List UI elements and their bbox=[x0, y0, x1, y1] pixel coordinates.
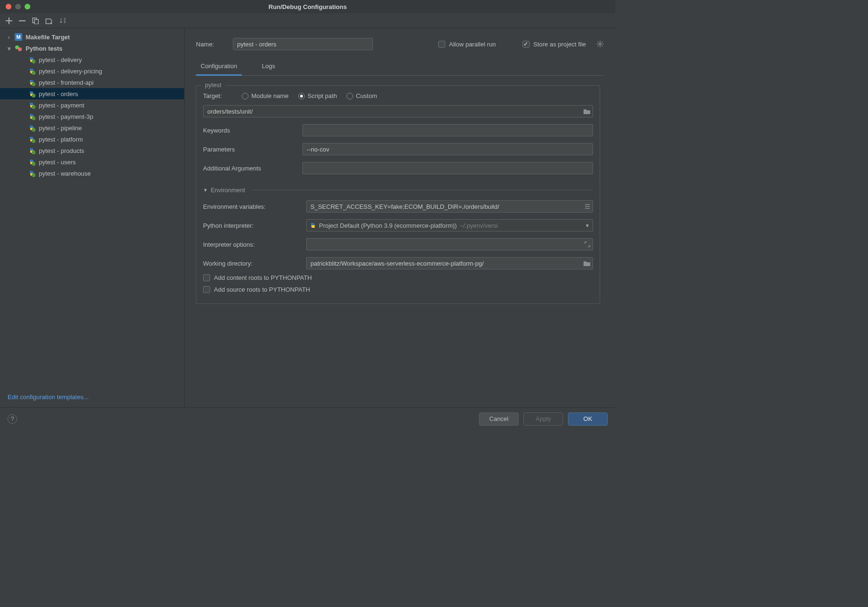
allow-parallel-run-checkbox[interactable]: Allow parallel run bbox=[438, 41, 496, 48]
tree-group[interactable]: ›MMakefile Target bbox=[0, 31, 184, 43]
cancel-button[interactable]: Cancel bbox=[479, 412, 519, 426]
add-content-roots-label: Add content roots to PYTHONPATH bbox=[214, 274, 312, 281]
name-input[interactable] bbox=[233, 38, 373, 50]
configurations-sidebar: ›MMakefile Target▾Python testspytest - d… bbox=[0, 28, 185, 407]
tree-item-label: pytest - payment bbox=[39, 102, 84, 109]
remove-configuration-icon[interactable] bbox=[19, 18, 26, 24]
python-interpreter-value: Project Default (Python 3.9 (ecommerce-p… bbox=[319, 222, 457, 229]
parameters-input[interactable] bbox=[302, 143, 593, 155]
pytest-group-title: pytest bbox=[201, 81, 225, 89]
add-source-roots-label: Add source roots to PYTHONPATH bbox=[214, 286, 310, 293]
env-vars-input[interactable] bbox=[306, 200, 593, 213]
radio-icon bbox=[346, 93, 353, 99]
maximize-icon[interactable] bbox=[25, 4, 30, 9]
python-interpreter-path-hint: ~/.pyenv/versi bbox=[460, 222, 498, 229]
tree-item-label: pytest - products bbox=[39, 147, 84, 154]
tree-item[interactable]: pytest - delivery-pricing bbox=[0, 65, 184, 77]
tree-item[interactable]: pytest - delivery bbox=[0, 54, 184, 65]
tree-item[interactable]: pytest - payment bbox=[0, 99, 184, 111]
pytest-icon bbox=[27, 79, 36, 86]
add-content-roots-checkbox[interactable]: Add content roots to PYTHONPATH bbox=[203, 274, 312, 281]
tree-item-label: pytest - pipeline bbox=[39, 125, 82, 132]
tree-item[interactable]: pytest - orders bbox=[0, 88, 184, 99]
keywords-input[interactable] bbox=[302, 124, 593, 136]
allow-parallel-run-label: Allow parallel run bbox=[449, 41, 496, 48]
python-icon bbox=[310, 222, 316, 229]
radio-icon bbox=[242, 93, 248, 99]
target-option[interactable]: Module name bbox=[242, 92, 289, 99]
svg-point-10 bbox=[32, 94, 35, 98]
tab-logs[interactable]: Logs bbox=[257, 61, 280, 76]
gear-icon[interactable] bbox=[596, 40, 604, 48]
svg-point-11 bbox=[32, 105, 35, 109]
parameters-label: Parameters bbox=[203, 146, 302, 153]
target-row: Target: Module nameScript pathCustom bbox=[203, 92, 593, 99]
dialog-footer: ? Cancel Apply OK bbox=[0, 407, 615, 430]
target-option[interactable]: Script path bbox=[298, 92, 337, 99]
svg-point-8 bbox=[32, 71, 35, 75]
python-interpreter-label: Python interpreter: bbox=[203, 222, 306, 229]
keywords-label: Keywords bbox=[203, 127, 302, 134]
tree-item-label: pytest - frontend-api bbox=[39, 79, 94, 86]
target-option-label: Script path bbox=[308, 92, 337, 99]
tree-item-label: pytest - platform bbox=[39, 136, 83, 143]
target-path-input[interactable] bbox=[203, 105, 593, 117]
config-tabs: ConfigurationLogs bbox=[196, 61, 604, 76]
tree-item-label: pytest - orders bbox=[39, 90, 78, 98]
configuration-body[interactable]: pytest Target: Module nameScript pathCus… bbox=[196, 79, 604, 407]
radio-icon bbox=[298, 93, 305, 99]
tree-item[interactable]: pytest - warehouse bbox=[0, 168, 184, 179]
tree-item[interactable]: pytest - pipeline bbox=[0, 122, 184, 134]
interpreter-options-input[interactable] bbox=[306, 238, 593, 250]
working-directory-input[interactable] bbox=[306, 257, 593, 269]
copy-configuration-icon[interactable] bbox=[32, 18, 39, 24]
env-vars-label: Environment variables: bbox=[203, 203, 306, 210]
svg-point-17 bbox=[32, 173, 35, 177]
save-configuration-icon[interactable] bbox=[45, 18, 53, 24]
minimize-icon[interactable] bbox=[15, 4, 21, 9]
chevron-down-icon: ▼ bbox=[203, 187, 208, 193]
tree-item-label: pytest - delivery-pricing bbox=[39, 68, 102, 75]
python-interpreter-dropdown[interactable]: Project Default (Python 3.9 (ecommerce-p… bbox=[306, 219, 593, 232]
sort-configurations-icon[interactable] bbox=[60, 18, 66, 24]
svg-point-12 bbox=[32, 116, 35, 120]
edit-configuration-templates-link[interactable]: Edit configuration templates... bbox=[0, 387, 184, 407]
tree-group[interactable]: ▾Python tests bbox=[0, 43, 184, 54]
name-row: Name: Allow parallel run Store as projec… bbox=[196, 38, 604, 50]
apply-button[interactable]: Apply bbox=[523, 412, 563, 426]
tree-item[interactable]: pytest - payment-3p bbox=[0, 111, 184, 122]
svg-rect-0 bbox=[19, 20, 26, 21]
svg-point-7 bbox=[32, 60, 35, 63]
tree-group-label: Python tests bbox=[26, 45, 62, 52]
chevron-down-icon: ▼ bbox=[585, 223, 590, 228]
pytest-group: pytest Target: Module nameScript pathCus… bbox=[196, 85, 600, 304]
svg-point-15 bbox=[32, 151, 35, 154]
svg-point-18 bbox=[599, 43, 601, 45]
tab-configuration[interactable]: Configuration bbox=[196, 61, 242, 76]
additional-arguments-label: Additional Arguments bbox=[203, 165, 302, 172]
tree-item[interactable]: pytest - frontend-api bbox=[0, 77, 184, 88]
add-configuration-icon[interactable] bbox=[6, 18, 12, 24]
additional-arguments-input[interactable] bbox=[302, 162, 593, 174]
tree-item[interactable]: pytest - products bbox=[0, 145, 184, 156]
svg-point-6 bbox=[18, 47, 22, 51]
tree-item[interactable]: pytest - users bbox=[0, 156, 184, 168]
svg-point-16 bbox=[32, 162, 35, 166]
pytest-icon bbox=[27, 147, 36, 154]
makefile-icon: M bbox=[14, 33, 23, 41]
tree-item[interactable]: pytest - platform bbox=[0, 134, 184, 145]
help-icon[interactable]: ? bbox=[8, 414, 17, 424]
interpreter-options-label: Interpreter options: bbox=[203, 241, 306, 248]
store-as-project-file-label: Store as project file bbox=[533, 41, 586, 48]
target-label: Target: bbox=[203, 92, 233, 99]
environment-section-toggle[interactable]: ▼ Environment bbox=[203, 187, 593, 194]
svg-text:M: M bbox=[16, 34, 20, 40]
svg-point-9 bbox=[32, 82, 35, 86]
configurations-tree[interactable]: ›MMakefile Target▾Python testspytest - d… bbox=[0, 28, 184, 387]
sidebar-toolbar bbox=[0, 13, 615, 28]
store-as-project-file-checkbox[interactable]: Store as project file bbox=[523, 41, 586, 48]
close-icon[interactable] bbox=[6, 4, 11, 9]
target-option[interactable]: Custom bbox=[346, 92, 377, 99]
add-source-roots-checkbox[interactable]: Add source roots to PYTHONPATH bbox=[203, 286, 310, 293]
ok-button[interactable]: OK bbox=[568, 412, 608, 426]
